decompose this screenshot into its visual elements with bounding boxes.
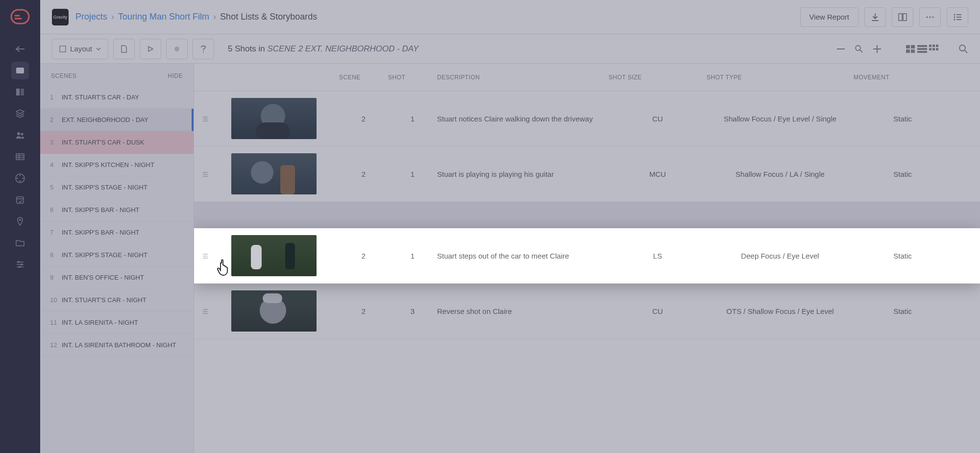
- rail-back-icon[interactable]: [11, 40, 29, 58]
- shot-thumbnail[interactable]: [231, 235, 317, 276]
- svg-rect-50: [932, 45, 935, 47]
- download-button[interactable]: [864, 7, 886, 27]
- breadcrumb-projects[interactable]: Projects: [75, 12, 107, 22]
- play-button[interactable]: [140, 39, 161, 59]
- rail-calendar-icon[interactable]: [11, 191, 29, 209]
- svg-point-12: [23, 178, 24, 179]
- rail-table-icon[interactable]: [11, 148, 29, 166]
- cell-movement: Static: [854, 252, 952, 260]
- app-logo[interactable]: [9, 6, 31, 27]
- svg-point-26: [927, 16, 928, 18]
- help-button[interactable]: [193, 39, 214, 59]
- breadcrumb: Projects › Touring Man Short Film › Shot…: [75, 12, 317, 22]
- compare-button[interactable]: [892, 7, 913, 27]
- search-icon[interactable]: [855, 45, 863, 53]
- svg-rect-43: [911, 45, 915, 48]
- shots-count-label: 5 Shots in SCENE 2 EXT. NEIGHBORHOOD - D…: [228, 44, 418, 54]
- scene-item[interactable]: 2EXT. NEIGHBORHOOD - DAY: [40, 109, 194, 131]
- shot-thumbnail[interactable]: [231, 153, 317, 194]
- svg-line-56: [965, 50, 967, 53]
- rail-project-icon[interactable]: [11, 62, 29, 79]
- view-card-icon[interactable]: [906, 45, 915, 53]
- shot-row[interactable]: 2 1 Stuart is playing is playing his gui…: [194, 146, 980, 202]
- svg-point-36: [176, 48, 178, 50]
- view-list-icon[interactable]: [917, 45, 927, 53]
- scene-number: 7: [50, 229, 62, 236]
- scene-title: INT. BEN'S OFFICE - NIGHT: [62, 274, 144, 281]
- cell-scene: 2: [339, 170, 388, 178]
- svg-point-28: [932, 16, 934, 18]
- more-button[interactable]: [919, 7, 941, 27]
- checklist-button[interactable]: [947, 7, 968, 27]
- svg-point-55: [959, 45, 965, 51]
- scene-item[interactable]: 7INT. SKIPP'S BAR - NIGHT: [40, 221, 194, 244]
- svg-point-31: [954, 16, 956, 18]
- scene-item[interactable]: 3INT. STUART'S CAR - DUSK: [40, 131, 194, 154]
- scene-number: 1: [50, 94, 62, 101]
- scene-title: INT. SKIPP'S STAGE - NIGHT: [62, 251, 147, 259]
- settings-button[interactable]: [166, 39, 188, 59]
- rail-sliders-icon[interactable]: [11, 256, 29, 273]
- svg-rect-52: [929, 48, 931, 50]
- scene-item[interactable]: 1INT. STUART'S CAR - DAY: [40, 86, 194, 109]
- svg-rect-42: [906, 45, 910, 48]
- zoom-out-icon[interactable]: [837, 48, 845, 49]
- view-report-button[interactable]: View Report: [800, 7, 858, 27]
- scene-item[interactable]: 5INT. SKIPP'S STAGE - NIGHT: [40, 176, 194, 199]
- svg-rect-44: [906, 49, 910, 53]
- svg-rect-25: [903, 14, 906, 21]
- svg-point-11: [20, 175, 21, 176]
- cell-description: Reverse shot on Claire: [437, 306, 609, 316]
- shot-row[interactable]: 2 1 Stuart notices Claire walking down t…: [194, 91, 980, 146]
- svg-point-14: [17, 178, 18, 179]
- cell-shot: 1: [388, 252, 437, 260]
- scene-number: 5: [50, 184, 62, 191]
- scene-item[interactable]: 6INT. SKIPP'S BAR - NIGHT: [40, 199, 194, 221]
- search-main-icon[interactable]: [958, 44, 968, 54]
- scene-item[interactable]: 10INT. STUART'S CAR - NIGHT: [40, 289, 194, 311]
- drag-handle-icon[interactable]: [202, 308, 231, 314]
- scene-item[interactable]: 12INT. LA SIRENITA BATHROOM - NIGHT: [40, 334, 194, 357]
- scene-number: 4: [50, 161, 62, 168]
- cell-type: OTS / Shallow Focus / Eye Level: [707, 307, 854, 315]
- shot-thumbnail[interactable]: [231, 98, 317, 139]
- zoom-in-icon[interactable]: [873, 45, 881, 53]
- rail-panels-icon[interactable]: [11, 83, 29, 101]
- scene-item[interactable]: 9INT. BEN'S OFFICE - NIGHT: [40, 266, 194, 289]
- rail-reel-icon[interactable]: [11, 169, 29, 187]
- svg-rect-24: [899, 14, 902, 21]
- drag-handle-icon[interactable]: [202, 115, 231, 122]
- shot-thumbnail[interactable]: [231, 290, 317, 332]
- layout-label: Layout: [70, 45, 92, 53]
- view-grid-icon[interactable]: [929, 45, 939, 53]
- rail-folder-icon[interactable]: [11, 234, 29, 252]
- scene-item[interactable]: 8INT. SKIPP'S STAGE - NIGHT: [40, 244, 194, 266]
- shot-list-main: SCENE SHOT DESCRIPTION SHOT SIZE SHOT TY…: [194, 64, 980, 453]
- scene-number: 6: [50, 206, 62, 214]
- scene-title: INT. STUART'S CAR - NIGHT: [62, 296, 147, 304]
- svg-rect-49: [929, 45, 931, 47]
- drag-handle-icon[interactable]: [202, 252, 231, 259]
- left-nav-rail: [0, 0, 40, 453]
- document-button[interactable]: [113, 39, 135, 59]
- shot-row[interactable]: 2 1 Stuart steps out of the car to meet …: [194, 228, 980, 284]
- drag-handle-icon[interactable]: [202, 170, 231, 177]
- scene-number: 2: [50, 116, 62, 123]
- rail-pin-icon[interactable]: [11, 213, 29, 230]
- scene-item[interactable]: 4INT. SKIPP'S KITCHEN - NIGHT: [40, 154, 194, 176]
- rail-stack-icon[interactable]: [11, 105, 29, 122]
- scene-title: EXT. NEIGHBORHOOD - DAY: [62, 116, 148, 123]
- scenes-hide-button[interactable]: HIDE: [168, 72, 183, 79]
- svg-rect-54: [936, 48, 938, 50]
- cell-movement: Static: [854, 115, 952, 123]
- drop-gap: [194, 202, 980, 228]
- layout-dropdown[interactable]: Layout: [52, 39, 108, 59]
- svg-point-23: [19, 266, 21, 268]
- shot-row[interactable]: 2 3 Reverse shot on Claire CU OTS / Shal…: [194, 284, 980, 339]
- project-avatar[interactable]: Gravity: [52, 9, 69, 25]
- rail-people-icon[interactable]: [11, 126, 29, 144]
- breadcrumb-film[interactable]: Touring Man Short Film: [118, 12, 209, 22]
- svg-point-27: [930, 16, 931, 18]
- scene-item[interactable]: 11INT. LA SIRENITA - NIGHT: [40, 311, 194, 334]
- cell-shot: 1: [388, 115, 437, 123]
